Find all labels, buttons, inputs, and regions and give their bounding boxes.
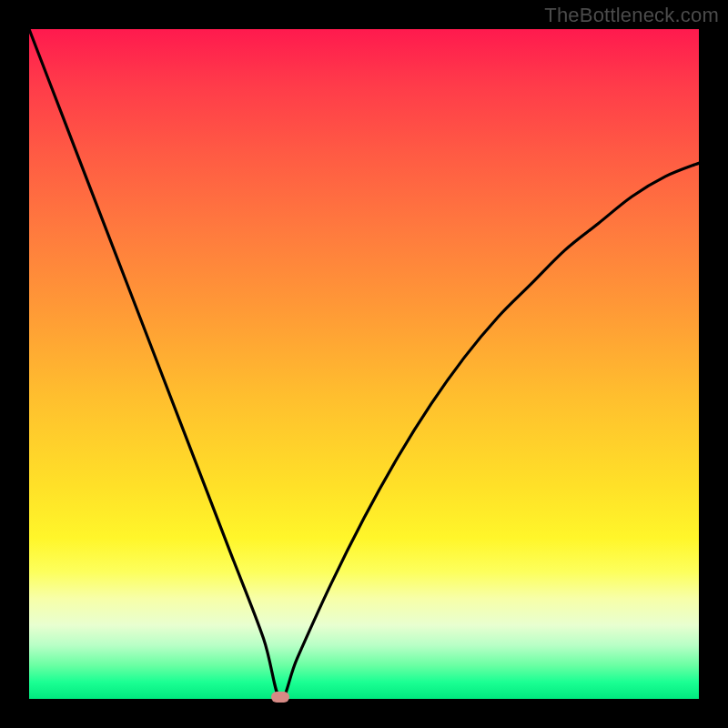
plot-area bbox=[29, 29, 699, 699]
bottleneck-curve bbox=[29, 29, 699, 699]
min-marker bbox=[271, 692, 289, 703]
chart-frame: TheBottleneck.com bbox=[0, 0, 728, 728]
watermark-text: TheBottleneck.com bbox=[544, 4, 719, 27]
